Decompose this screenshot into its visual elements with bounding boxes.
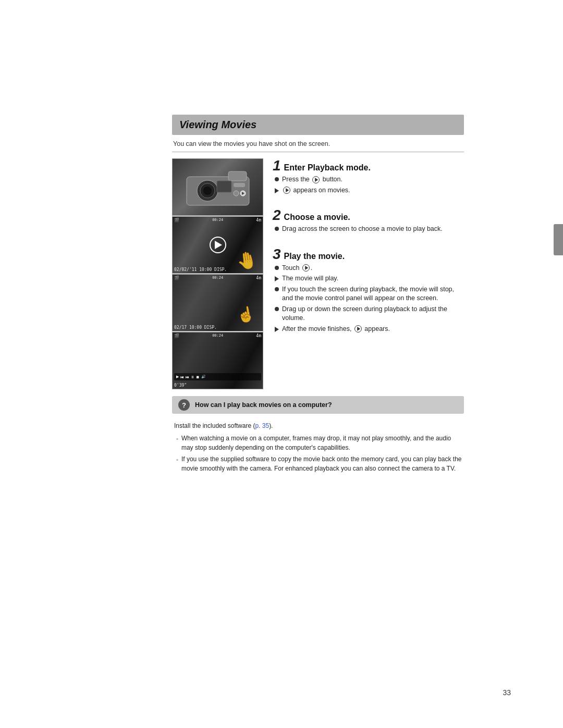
step2-overlay-text: 02/02/'11 10:00 DISP. [174, 267, 227, 272]
step3-title: Play the movie. [284, 252, 345, 261]
step1-title: Enter Playback mode. [284, 163, 371, 172]
step3-block: 3 Play the movie. Touch . The movie will… [273, 247, 464, 336]
qa-body: Install the included software (p. 35). ◦… [172, 418, 464, 478]
hand-icon: 🤚 [235, 249, 259, 272]
step2-image: 🎬 00:24 4m 🤚 02/02/'11 10:00 DISP. [172, 216, 263, 274]
step2-header: 2 Choose a movie. [273, 208, 464, 223]
qa-sub-bullet1: ◦ [176, 435, 178, 443]
step1-bullet1: Press the button. [275, 175, 464, 184]
step1-header: 1 Enter Playback mode. [273, 158, 464, 173]
step3-bullet3: If you touch the screen during playback,… [275, 285, 464, 303]
play-overlay [210, 237, 226, 253]
page-number: 33 [503, 688, 511, 697]
step2-title: Choose a movie. [284, 213, 350, 222]
step1-bullet2: appears on movies. [275, 186, 464, 195]
step4-topbar: 🎬 00:24 4m [174, 334, 261, 338]
play-icon-inline [283, 187, 290, 194]
step2-content: Drag across the screen to choose a movie… [273, 225, 464, 236]
step3-bullet4: Drag up or down the screen during playba… [275, 305, 464, 323]
step3-bullet2-text: The movie will play. [282, 274, 464, 283]
step4-overlay-text: 0'39" [174, 383, 187, 388]
qa-install-line: Install the included software (p. 35). [174, 421, 462, 430]
step3-topbar: 🎬 00:24 4m [174, 276, 261, 280]
qa-sub-item1: ◦ When watching a movie on a computer, f… [174, 434, 462, 452]
step1-block: 1 Enter Playback mode. Press the button.… [273, 158, 464, 196]
step3-bullet5-icon [275, 327, 279, 332]
touch-play-icon [302, 264, 310, 272]
section-title: Viewing Movies [179, 119, 457, 131]
step3-bullet4-icon [275, 307, 279, 311]
step3-bullet5-text: After the movie finishes, appears. [282, 325, 464, 334]
svg-rect-5 [234, 183, 245, 187]
step1-bullet1-icon [275, 177, 279, 181]
steps-container: 🎬 00:24 4m 🤚 02/02/'11 10:00 DISP. [172, 158, 464, 390]
step2-block: 2 Choose a movie. Drag across the screen… [273, 208, 464, 236]
step1-content: Press the button. appears on movies. [273, 175, 464, 196]
step3-number: 3 [273, 247, 281, 262]
qa-install-text: Install the included software (p. 35). [174, 422, 273, 429]
step4-image: 🎬 00:24 4m ▶ ⏮ ⏭ ⏸ ⏹ 🔊 0'39" [172, 332, 263, 389]
step3-bullet1-text: Touch . [282, 264, 464, 273]
section-title-bar: Viewing Movies [172, 115, 464, 135]
step3-bullet2-icon [275, 276, 279, 281]
step2-topbar: 🎬 00:24 4m [174, 218, 261, 223]
step2-bullet1-icon [275, 227, 279, 231]
qa-question: How can I play back movies on a computer… [195, 401, 332, 409]
step3-bullet1-icon [275, 266, 279, 270]
qa-link[interactable]: p. 35 [255, 422, 269, 429]
qa-sub-text1: When watching a movie on a computer, fra… [181, 434, 462, 452]
step2-bullet1-text: Drag across the screen to choose a movie… [282, 225, 464, 234]
step3-content: Touch . The movie will play. If you touc… [273, 264, 464, 336]
intro-text: You can view the movies you have shot on… [172, 140, 464, 147]
images-column: 🎬 00:24 4m 🤚 02/02/'11 10:00 DISP. [172, 158, 263, 390]
page: Viewing Movies You can view the movies y… [0, 0, 563, 728]
step2-bullet1: Drag across the screen to choose a movie… [275, 225, 464, 234]
step3-bullet1: Touch . [275, 264, 464, 273]
divider [172, 152, 464, 152]
qa-box: ? How can I play back movies on a comput… [172, 396, 464, 414]
svg-rect-4 [228, 171, 247, 181]
qa-icon: ? [178, 399, 190, 411]
camera-illustration [184, 166, 252, 208]
content-area: Viewing Movies You can view the movies y… [47, 0, 516, 520]
step3-hand-icon: ☝️ [235, 304, 256, 325]
qa-sub-bullet2: ◦ [176, 455, 178, 464]
step1-bullet2-text: appears on movies. [282, 186, 464, 195]
step1-bullet2-icon [275, 188, 279, 193]
step3-bullet2: The movie will play. [275, 274, 464, 283]
side-tab [554, 224, 563, 255]
step3-image: 🎬 00:24 4m ☝️ 02/17 10:00 DISP. [172, 274, 263, 331]
step3-overlay-text: 02/17 10:00 DISP. [174, 325, 217, 330]
step1-image [172, 158, 263, 216]
svg-point-3 [203, 187, 212, 195]
svg-rect-9 [217, 181, 231, 192]
steps-text-column: 1 Enter Playback mode. Press the button.… [273, 158, 464, 390]
svg-point-6 [234, 191, 239, 196]
playback-button-icon [312, 176, 320, 183]
step3-bullet3-text: If you touch the screen during playback,… [282, 285, 464, 303]
step3-bullet4-text: Drag up or down the screen during playba… [282, 305, 464, 323]
step2-number: 2 [273, 208, 281, 223]
qa-sub-item2: ◦ If you use the supplied software to co… [174, 454, 462, 473]
step1-bullet1-text: Press the button. [282, 175, 464, 184]
qa-sub-text2: If you use the supplied software to copy… [181, 454, 462, 473]
step3-header: 3 Play the movie. [273, 247, 464, 262]
after-play-icon [354, 325, 362, 332]
step3-bullet3-icon [275, 287, 279, 291]
play-triangle [215, 241, 222, 249]
step1-number: 1 [273, 158, 281, 173]
step3-bullet5: After the movie finishes, appears. [275, 325, 464, 334]
control-bar: ▶ ⏮ ⏭ ⏸ ⏹ 🔊 [174, 373, 261, 380]
